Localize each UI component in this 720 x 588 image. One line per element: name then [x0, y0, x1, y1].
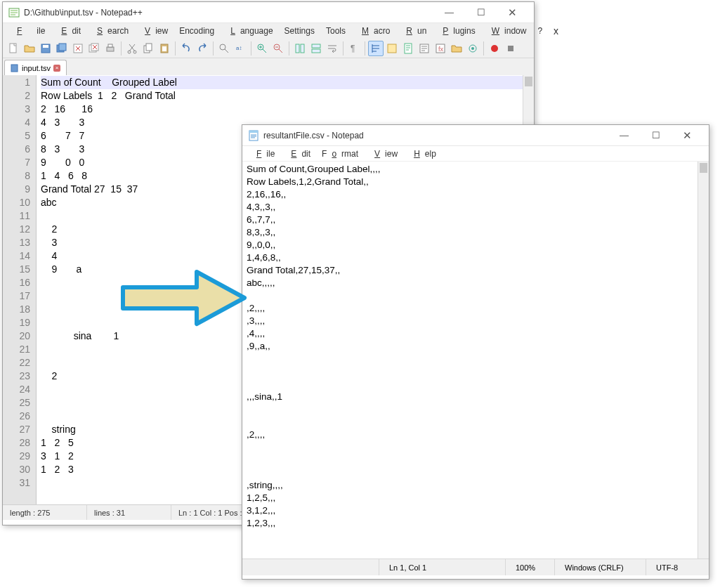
status-length: length : 275	[3, 505, 87, 520]
svg-rect-22	[301, 44, 304, 53]
vertical-scrollbar[interactable]	[698, 162, 709, 558]
npp-tabbar: input.tsv ×	[3, 58, 534, 75]
zoom-in-icon[interactable]	[254, 41, 270, 56]
status-encoding: UTF-8	[646, 559, 709, 575]
tab-close-icon[interactable]: ×	[53, 65, 60, 72]
print-icon[interactable]	[103, 41, 118, 56]
menu-file[interactable]: File	[247, 148, 280, 160]
menu-settings[interactable]: Settings	[280, 25, 320, 37]
npp-titlebar[interactable]: D:\Github\input.tsv - Notepad++ — ☐ ✕	[3, 2, 534, 23]
svg-rect-5	[59, 44, 66, 51]
wrap-icon[interactable]	[325, 41, 340, 56]
svg-point-17	[220, 44, 225, 50]
menu-edit[interactable]: Edit	[281, 148, 315, 160]
menu-format[interactable]: Format	[317, 148, 363, 160]
folder-icon[interactable]	[449, 41, 464, 56]
npd-menubar: File Edit Format View Help	[242, 146, 709, 162]
paste-icon[interactable]	[157, 41, 172, 56]
menu-tools[interactable]: Tools	[321, 25, 351, 37]
menu-macro[interactable]: Macro	[352, 25, 395, 37]
new-file-icon[interactable]	[6, 41, 21, 56]
menu-help[interactable]: ?	[532, 25, 547, 37]
menu-help[interactable]: Help	[404, 148, 441, 160]
menu-file[interactable]: File	[7, 25, 50, 37]
svg-rect-27	[405, 44, 412, 53]
line-numbers: 1234567891011121314151617181920212223242…	[3, 75, 37, 504]
npp-app-icon	[8, 7, 20, 18]
notepad-window: resultantFile.csv - Notepad — ☐ ✕ File E…	[242, 124, 709, 580]
svg-rect-37	[249, 131, 258, 133]
close-button[interactable]: ✕	[497, 3, 528, 22]
arrow-graphic	[119, 268, 249, 331]
menu-encoding[interactable]: Encoding	[174, 25, 219, 37]
menu-edit[interactable]: Edit	[51, 25, 86, 37]
doc-list-icon[interactable]	[417, 41, 432, 56]
scrollbar-thumb[interactable]	[700, 163, 707, 173]
notepad-app-icon	[248, 130, 259, 141]
close-all-icon[interactable]	[86, 41, 102, 56]
menu-search[interactable]: Search	[87, 25, 133, 37]
menu-run[interactable]: Run	[396, 25, 431, 37]
func-list-icon[interactable]: fx	[433, 41, 448, 56]
sync-h-icon[interactable]	[308, 41, 324, 56]
close-file-icon[interactable]	[70, 41, 86, 56]
npd-title-text: resultantFile.csv - Notepad	[263, 131, 608, 141]
cut-icon[interactable]	[124, 41, 140, 56]
undo-icon[interactable]	[178, 41, 194, 56]
npp-title-text: D:\Github\input.tsv - Notepad++	[24, 8, 433, 18]
maximize-button[interactable]: ☐	[465, 3, 497, 22]
indent-guide-icon[interactable]	[368, 41, 384, 56]
close-button[interactable]: ✕	[672, 126, 703, 145]
svg-rect-34	[508, 46, 513, 51]
svg-rect-21	[296, 44, 299, 53]
status-zoom: 100%	[505, 559, 554, 575]
svg-rect-14	[146, 44, 152, 51]
status-lines: lines : 31	[87, 505, 171, 520]
redo-icon[interactable]	[195, 41, 210, 56]
udl-icon[interactable]	[384, 41, 400, 56]
svg-rect-9	[107, 47, 114, 51]
maximize-button[interactable]: ☐	[640, 126, 672, 145]
tab-close-extra[interactable]: x	[549, 24, 563, 38]
show-ws-icon[interactable]: ¶	[346, 41, 362, 56]
menu-view[interactable]: View	[135, 25, 173, 37]
npd-window-controls: — ☐ ✕	[608, 126, 703, 145]
replace-icon[interactable]: a↕	[233, 41, 248, 56]
sync-v-icon[interactable]	[292, 41, 308, 56]
minimize-button[interactable]: —	[608, 126, 640, 145]
svg-rect-35	[11, 65, 18, 72]
svg-rect-26	[388, 44, 396, 53]
menu-view[interactable]: View	[365, 148, 402, 160]
tab-input-tsv[interactable]: input.tsv ×	[4, 60, 67, 75]
svg-text:fx: fx	[438, 46, 444, 53]
npd-editor-content[interactable]: Sum of Count,Grouped Label,,,,Row Labels…	[242, 162, 709, 558]
minimize-button[interactable]: —	[433, 3, 465, 22]
stop-record-icon[interactable]	[503, 41, 518, 56]
file-icon	[11, 64, 19, 72]
svg-rect-16	[162, 46, 166, 51]
menu-plugins[interactable]: Plugins	[433, 25, 480, 37]
monitor-icon[interactable]	[465, 41, 480, 56]
svg-point-33	[491, 45, 498, 52]
menu-language[interactable]: Language	[221, 25, 277, 37]
npd-statusbar: Ln 1, Col 1 100% Windows (CRLF) UTF-8	[242, 558, 709, 575]
svg-rect-1	[10, 44, 16, 53]
zoom-out-icon[interactable]	[270, 41, 286, 56]
npp-menubar: File Edit Search View Encoding Language …	[3, 23, 534, 39]
npd-titlebar[interactable]: resultantFile.csv - Notepad — ☐ ✕	[242, 125, 709, 146]
status-pos: Ln 1, Col 1	[379, 559, 505, 575]
find-icon[interactable]	[216, 41, 232, 56]
svg-rect-10	[108, 44, 112, 47]
svg-point-32	[471, 47, 474, 50]
record-icon[interactable]	[487, 41, 502, 56]
doc-map-icon[interactable]	[400, 41, 416, 56]
scrollbar-thumb[interactable]	[525, 77, 532, 86]
svg-rect-24	[312, 49, 320, 53]
copy-icon[interactable]	[140, 41, 156, 56]
svg-rect-3	[43, 45, 48, 48]
svg-rect-23	[312, 44, 320, 48]
menu-window[interactable]: Window	[482, 25, 532, 37]
save-all-icon[interactable]	[54, 41, 70, 56]
open-file-icon[interactable]	[22, 41, 37, 56]
save-icon[interactable]	[38, 41, 53, 56]
